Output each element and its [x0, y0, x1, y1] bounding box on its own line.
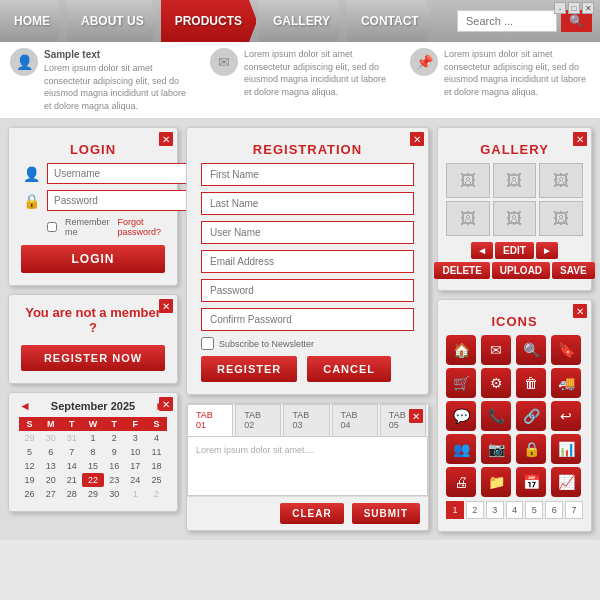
email-input[interactable]	[201, 250, 414, 273]
nav-item-products[interactable]: PRODUCTS	[161, 0, 257, 42]
remember-checkbox[interactable]	[47, 222, 57, 232]
cal-day[interactable]: 20	[40, 473, 61, 487]
cal-day[interactable]: 16	[104, 459, 125, 473]
nav-item-contact[interactable]: CONTACT	[347, 0, 434, 42]
gallery-upload-btn[interactable]: UPLOAD	[492, 262, 550, 279]
gallery-next-btn[interactable]: ►	[536, 242, 558, 259]
cal-day[interactable]: 17	[125, 459, 146, 473]
cal-day[interactable]: 22	[82, 473, 103, 487]
cal-day[interactable]: 31	[61, 431, 82, 445]
cal-day[interactable]: 2	[146, 487, 167, 501]
icon-btn-15[interactable]: 📊	[551, 434, 581, 464]
cal-day[interactable]: 21	[61, 473, 82, 487]
cal-day[interactable]: 10	[125, 445, 146, 459]
nav-item-gallery[interactable]: GALLERY	[259, 0, 345, 42]
icon-btn-10[interactable]: 🔗	[516, 401, 546, 431]
page-btn-3[interactable]: 3	[486, 501, 504, 519]
page-btn-1[interactable]: 1	[446, 501, 464, 519]
icon-btn-11[interactable]: ↩	[551, 401, 581, 431]
cal-day[interactable]: 9	[104, 445, 125, 459]
icon-btn-9[interactable]: 📞	[481, 401, 511, 431]
gallery-save-btn[interactable]: SAVE	[552, 262, 595, 279]
cal-day[interactable]: 6	[40, 445, 61, 459]
cal-day[interactable]: 27	[40, 487, 61, 501]
confirm-password-input[interactable]	[201, 308, 414, 331]
icon-btn-2[interactable]: 🔍	[516, 335, 546, 365]
newsletter-checkbox[interactable]	[201, 337, 214, 350]
page-btn-4[interactable]: 4	[506, 501, 524, 519]
login-close-btn[interactable]: ✕	[159, 132, 173, 146]
firstname-input[interactable]	[201, 163, 414, 186]
tab-3[interactable]: TAB 03	[283, 404, 329, 436]
clear-button[interactable]: CLEAR	[280, 503, 343, 524]
icon-btn-7[interactable]: 🚚	[551, 368, 581, 398]
page-btn-6[interactable]: 6	[545, 501, 563, 519]
gallery-thumb-5[interactable]: 🖼	[493, 201, 537, 236]
cal-day[interactable]: 3	[125, 431, 146, 445]
tab-2[interactable]: TAB 02	[235, 404, 281, 436]
gallery-thumb-4[interactable]: 🖼	[446, 201, 490, 236]
icon-btn-12[interactable]: 👥	[446, 434, 476, 464]
icon-btn-16[interactable]: 🖨	[446, 467, 476, 497]
icon-btn-4[interactable]: 🛒	[446, 368, 476, 398]
nav-item-about[interactable]: ABOUT US	[67, 0, 159, 42]
cal-day[interactable]: 4	[146, 431, 167, 445]
gallery-delete-btn[interactable]: DELETE	[434, 262, 489, 279]
cal-day[interactable]: 8	[82, 445, 103, 459]
cal-day[interactable]: 15	[82, 459, 103, 473]
register-button[interactable]: REGISTER	[201, 356, 297, 382]
tab-1[interactable]: TAB 01	[187, 404, 233, 436]
gallery-thumb-2[interactable]: 🖼	[493, 163, 537, 198]
cal-day[interactable]: 7	[61, 445, 82, 459]
icon-btn-19[interactable]: 📈	[551, 467, 581, 497]
login-button[interactable]: LOGIN	[21, 245, 165, 273]
cal-day[interactable]: 30	[104, 487, 125, 501]
register-now-button[interactable]: REGISTER NOW	[21, 345, 165, 371]
page-btn-2[interactable]: 2	[466, 501, 484, 519]
page-btn-5[interactable]: 5	[525, 501, 543, 519]
search-input[interactable]	[457, 10, 557, 32]
cal-day[interactable]: 1	[125, 487, 146, 501]
icon-btn-13[interactable]: 📷	[481, 434, 511, 464]
tabs-close-btn[interactable]: ✕	[409, 409, 423, 423]
icon-btn-17[interactable]: 📁	[481, 467, 511, 497]
cal-prev-btn[interactable]: ◄	[19, 399, 31, 413]
icon-btn-5[interactable]: ⚙	[481, 368, 511, 398]
close-btn[interactable]: ✕	[582, 2, 594, 14]
icon-btn-18[interactable]: 📅	[516, 467, 546, 497]
cal-day[interactable]: 2	[104, 431, 125, 445]
cal-day[interactable]: 30	[40, 431, 61, 445]
cal-day[interactable]: 1	[82, 431, 103, 445]
cal-day[interactable]: 11	[146, 445, 167, 459]
username-reg-input[interactable]	[201, 221, 414, 244]
gallery-close-btn[interactable]: ✕	[573, 132, 587, 146]
reg-password-input[interactable]	[201, 279, 414, 302]
page-btn-7[interactable]: 7	[565, 501, 583, 519]
maximize-btn[interactable]: □	[568, 2, 580, 14]
cal-day[interactable]: 23	[104, 473, 125, 487]
submit-button[interactable]: SUBMIT	[352, 503, 420, 524]
cal-day[interactable]: 18	[146, 459, 167, 473]
cal-day[interactable]: 14	[61, 459, 82, 473]
register-promo-close-btn[interactable]: ✕	[159, 299, 173, 313]
username-input[interactable]	[47, 163, 188, 184]
cal-day[interactable]: 28	[61, 487, 82, 501]
cancel-button[interactable]: CANCEL	[307, 356, 391, 382]
icon-btn-8[interactable]: 💬	[446, 401, 476, 431]
cal-day[interactable]: 5	[19, 445, 40, 459]
gallery-thumb-3[interactable]: 🖼	[539, 163, 583, 198]
icons-close-btn[interactable]: ✕	[573, 304, 587, 318]
cal-day[interactable]: 25	[146, 473, 167, 487]
cal-day[interactable]: 13	[40, 459, 61, 473]
cal-day[interactable]: 19	[19, 473, 40, 487]
calendar-close-btn[interactable]: ✕	[159, 397, 173, 411]
cal-day[interactable]: 29	[82, 487, 103, 501]
icon-btn-0[interactable]: 🏠	[446, 335, 476, 365]
icon-btn-3[interactable]: 🔖	[551, 335, 581, 365]
cal-day[interactable]: 12	[19, 459, 40, 473]
forgot-link[interactable]: Forgot password?	[118, 217, 165, 237]
cal-day[interactable]: 29	[19, 431, 40, 445]
cal-day[interactable]: 24	[125, 473, 146, 487]
nav-item-home[interactable]: HOME	[0, 0, 65, 42]
lastname-input[interactable]	[201, 192, 414, 215]
